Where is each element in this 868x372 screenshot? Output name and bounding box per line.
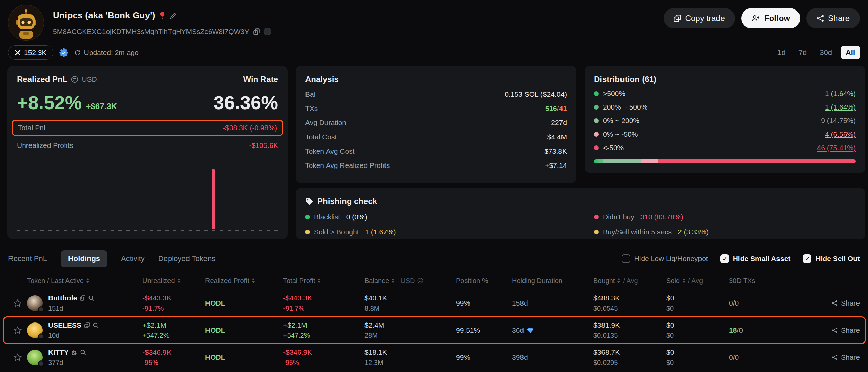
checkbox-icon[interactable] bbox=[720, 254, 729, 263]
total-profit-value: -$443.3K bbox=[283, 294, 364, 302]
tab-recent-pnl[interactable]: Recent PnL bbox=[8, 250, 47, 267]
checkbox-icon[interactable] bbox=[622, 254, 630, 263]
profile-block: Unipcs (aka 'Bonk Guy') 5M8ACGKEXG1ojKDT… bbox=[8, 5, 271, 41]
copy-trade-button[interactable]: Copy trade bbox=[664, 8, 735, 28]
tab-holdings[interactable]: Holdings bbox=[61, 250, 107, 267]
follow-button[interactable]: Follow bbox=[741, 8, 800, 28]
x-followers-pill[interactable]: 152.3K bbox=[8, 45, 53, 60]
favorite-star-icon[interactable] bbox=[13, 353, 22, 362]
col-balance[interactable]: BalanceUSD bbox=[364, 277, 456, 285]
balloon-icon bbox=[159, 12, 165, 20]
realized-pnl-title: Realized PnL bbox=[17, 75, 67, 84]
token-age: 151d bbox=[48, 305, 94, 312]
dot-icon bbox=[594, 145, 599, 150]
share-icon bbox=[832, 354, 838, 360]
unrealized-profits-value: -$105.6K bbox=[249, 141, 278, 150]
range-all[interactable]: All bbox=[841, 46, 860, 59]
wallet-dashboard: Unipcs (aka 'Bonk Guy') 5M8ACGKEXG1ojKDT… bbox=[0, 0, 868, 372]
realized-pnl-card: Realized PnL USD Win Rate +8.52% +$67.3K… bbox=[7, 66, 288, 239]
table-header: Token / Last Active Unrealized Realized … bbox=[8, 272, 860, 290]
range-7d[interactable]: 7d bbox=[794, 46, 811, 59]
dot-icon bbox=[594, 132, 599, 137]
col-30d-txs: 30D TXs bbox=[729, 277, 790, 285]
sold-avg: $0 bbox=[666, 305, 729, 312]
col-token[interactable]: Token / Last Active bbox=[27, 277, 142, 285]
sort-icon[interactable] bbox=[86, 278, 90, 283]
filter-label: Hide Low Liq/Honeypot bbox=[634, 255, 708, 263]
unrealized-profits-row: Unrealized Profits -$105.6K bbox=[17, 141, 278, 150]
dot-icon bbox=[594, 118, 599, 123]
copy-icon[interactable] bbox=[80, 295, 85, 301]
share-button[interactable]: Share bbox=[806, 8, 860, 28]
unrealized-pct: -91.7% bbox=[142, 305, 205, 312]
filter-hide-small-asset[interactable]: Hide Small Asset bbox=[720, 254, 791, 263]
row-share-button[interactable]: Share bbox=[790, 353, 860, 361]
copy-icon[interactable] bbox=[72, 350, 77, 355]
copy-icon[interactable] bbox=[84, 322, 90, 328]
filter-hide-sell-out[interactable]: Hide Sell Out bbox=[803, 254, 860, 263]
col-realized-profit[interactable]: Realized Profit bbox=[205, 277, 283, 285]
col-unrealized[interactable]: Unrealized bbox=[142, 277, 205, 285]
search-icon[interactable] bbox=[88, 295, 94, 301]
explorer-icon[interactable] bbox=[264, 28, 271, 35]
token-name[interactable]: Butthole bbox=[48, 294, 77, 302]
bought-value: $381.9K bbox=[593, 321, 666, 329]
tab-deployed-tokens[interactable]: Deployed Tokens bbox=[158, 250, 215, 267]
search-icon[interactable] bbox=[93, 322, 99, 328]
unrealized-value: -$346.9K bbox=[142, 348, 205, 356]
token-age: 10d bbox=[48, 332, 99, 339]
total-profit-value: +$2.1M bbox=[283, 321, 364, 329]
range-1d[interactable]: 1d bbox=[773, 46, 789, 59]
share-label: Share bbox=[828, 14, 850, 23]
holding-duration: 398d bbox=[512, 353, 593, 361]
range-30d[interactable]: 30d bbox=[815, 46, 836, 59]
header: Unipcs (aka 'Bonk Guy') 5M8ACGKEXG1ojKDT… bbox=[0, 0, 868, 41]
sort-icon[interactable] bbox=[177, 278, 181, 283]
favorite-star-icon[interactable] bbox=[13, 326, 22, 335]
col-sold[interactable]: Sold/ Avg bbox=[666, 277, 729, 285]
balance-amount: 28M bbox=[364, 332, 456, 339]
unrealized-value: -$443.3K bbox=[142, 294, 205, 302]
total-profit-value: -$346.9K bbox=[283, 348, 364, 356]
currency-toggle-icon[interactable] bbox=[71, 76, 78, 83]
follow-label: Follow bbox=[764, 14, 790, 23]
checkbox-icon[interactable] bbox=[803, 254, 811, 263]
tab-activity[interactable]: Activity bbox=[121, 250, 145, 267]
table-row[interactable]: KITTY 377d -$346.9K-95% HODL -$346.9K-95… bbox=[8, 344, 860, 371]
sort-icon[interactable] bbox=[252, 278, 255, 283]
edit-name-icon[interactable] bbox=[170, 12, 177, 19]
refresh-icon[interactable] bbox=[74, 50, 81, 56]
balance-amount: 8.8M bbox=[364, 305, 456, 312]
position-pct: 99.51% bbox=[456, 326, 512, 334]
copy-address-icon[interactable] bbox=[253, 28, 260, 35]
bought-value: $368.7K bbox=[593, 348, 666, 356]
col-total-profit[interactable]: Total Profit bbox=[283, 277, 364, 285]
sort-icon[interactable] bbox=[617, 278, 620, 283]
sort-icon[interactable] bbox=[682, 278, 686, 283]
currency-toggle-icon[interactable] bbox=[417, 278, 423, 284]
sort-icon[interactable] bbox=[317, 278, 321, 283]
sold-avg: $0 bbox=[666, 359, 729, 367]
updated-status: Updated: 2m ago bbox=[74, 48, 139, 57]
avatar bbox=[8, 5, 44, 41]
token-name[interactable]: KITTY bbox=[48, 348, 69, 356]
filter-hide-low-liq[interactable]: Hide Low Liq/Honeypot bbox=[622, 254, 708, 263]
balance-usd: $2.4M bbox=[364, 321, 456, 329]
col-bought[interactable]: Bought/ Avg bbox=[593, 277, 666, 285]
sort-icon[interactable] bbox=[391, 278, 395, 283]
verified-flower-badge-icon bbox=[59, 48, 68, 57]
distribution-bar bbox=[594, 159, 856, 163]
filter-label: Hide Sell Out bbox=[815, 255, 860, 263]
row-share-button[interactable]: Share bbox=[790, 299, 860, 307]
favorite-star-icon[interactable] bbox=[13, 299, 22, 308]
currency-label[interactable]: USD bbox=[82, 75, 97, 83]
copy-trade-label: Copy trade bbox=[685, 14, 725, 23]
holding-duration: 36d bbox=[512, 326, 524, 334]
token-avatar bbox=[27, 322, 43, 338]
row-share-button[interactable]: Share bbox=[790, 326, 860, 334]
table-row[interactable]: Butthole 151d -$443.3K-91.7% HODL -$443.… bbox=[8, 290, 860, 317]
table-row-highlighted[interactable]: USELESS 10d +$2.1M+547.2% HODL +$2.1M+54… bbox=[8, 317, 860, 344]
unrealized-value: +$2.1M bbox=[142, 321, 205, 329]
search-icon[interactable] bbox=[80, 350, 86, 355]
token-name[interactable]: USELESS bbox=[48, 321, 81, 329]
